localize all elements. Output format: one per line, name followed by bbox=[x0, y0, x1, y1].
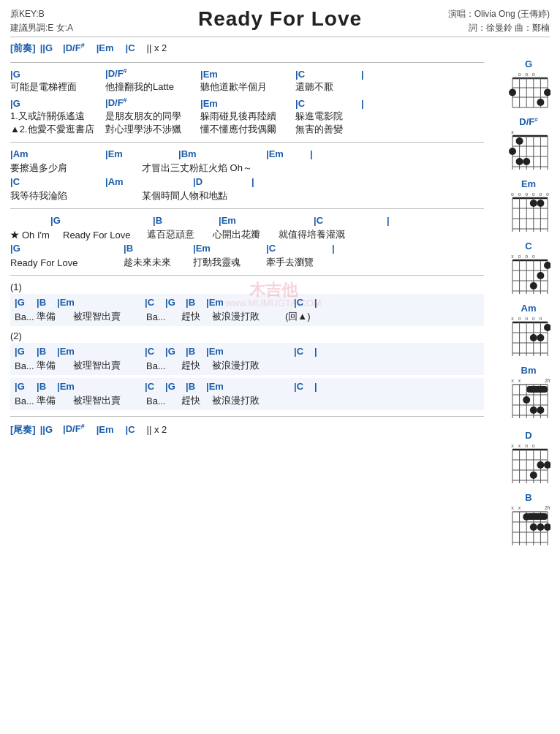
svg-point-49 bbox=[537, 200, 544, 207]
s1-l5: 趕快 bbox=[181, 310, 212, 323]
svg-point-29 bbox=[509, 148, 516, 155]
suggestion-label: 建議男調:E 女:A bbox=[10, 21, 73, 35]
br1-c3: |Bm bbox=[178, 148, 266, 159]
svg-point-66 bbox=[530, 282, 537, 290]
v2a-l3: 躲雨碰見後再陸續 bbox=[200, 110, 295, 123]
diagram-B-svg: x x 2fr bbox=[507, 504, 550, 550]
bridge2-lyric-row: 我等待我淪陷 某個時間人物和地點 bbox=[10, 189, 484, 203]
header: 原KEY:B 建議男調:E 女:A Ready For Love 演唱：Oliv… bbox=[10, 7, 550, 31]
svg-point-14 bbox=[509, 89, 516, 97]
ch2-c3: |Em bbox=[193, 243, 266, 254]
svg-text:x: x bbox=[511, 316, 514, 321]
br1-c5: | bbox=[310, 148, 313, 159]
s1-l4: Ba... bbox=[146, 311, 181, 322]
ch2-c2: |B bbox=[124, 243, 193, 254]
v2b-l2: 對心理學涉不涉獵 bbox=[105, 123, 200, 136]
s3-c4: |C bbox=[145, 381, 165, 392]
s3-l3: 被理智出賣 bbox=[73, 394, 146, 407]
v1-l1: 可能是電梯裡面 bbox=[10, 80, 105, 94]
bridge2-chord-row: |C |Am |D | bbox=[10, 176, 484, 189]
s1-l1: Ba... bbox=[15, 311, 37, 322]
s3-c2: |B bbox=[37, 381, 57, 392]
br2-l2: 某個時間人物和地點 bbox=[142, 189, 227, 203]
section2-label: (2) bbox=[10, 330, 484, 341]
s3-c3: |Em bbox=[57, 381, 145, 392]
intro-chord-em: |Em bbox=[97, 42, 114, 53]
v2-c2: |D/F# bbox=[105, 97, 200, 108]
diagram-DFsharp: D/F# x bbox=[500, 116, 557, 171]
outro-close: || x 2 bbox=[147, 424, 167, 435]
svg-point-117 bbox=[544, 461, 550, 469]
svg-point-133 bbox=[523, 513, 530, 521]
ch1-l1: Oh I'm bbox=[22, 230, 63, 241]
svg-point-31 bbox=[523, 158, 530, 165]
svg-point-82 bbox=[544, 324, 550, 331]
song-title: Ready For Love bbox=[198, 7, 362, 31]
v2b-l1: ▲2.他愛不愛逛書店 bbox=[10, 123, 105, 136]
svg-text:o: o bbox=[532, 192, 535, 197]
section1-box: |G |B |Em |C |G |B |Em |C | Ba... 準備 被理智… bbox=[10, 294, 484, 326]
outro-chord-df: |D/F# bbox=[63, 423, 85, 434]
v1-c1: |G bbox=[10, 69, 105, 80]
s2-c9: | bbox=[314, 346, 317, 357]
outro-chord-c: |C bbox=[126, 424, 135, 435]
svg-text:2fr: 2fr bbox=[545, 505, 550, 510]
header-divider bbox=[10, 37, 550, 37]
s1-lyric-row: Ba... 準備 被理智出賣 Ba... 趕快 被浪漫打敗 (回▲) bbox=[15, 310, 480, 323]
s3-c6: |B bbox=[186, 381, 206, 392]
ch1-c3: |Em bbox=[219, 215, 314, 226]
br1-c4: |Em bbox=[266, 148, 310, 159]
ch1-l3: 遮百惡頑意 bbox=[147, 228, 213, 241]
ch1-c4: |C bbox=[314, 215, 387, 226]
s1-c8: |C bbox=[294, 297, 314, 308]
outro-chord-em: |Em bbox=[97, 424, 114, 435]
bridge2-block: |C |Am |D | 我等待我淪陷 某個時間人物和地點 bbox=[10, 176, 484, 203]
diagram-D: D x x o o bbox=[500, 430, 557, 485]
diagram-G-svg: o o o bbox=[507, 71, 550, 109]
br2-c1: |C bbox=[10, 176, 105, 187]
verse2b-lyric-row: ▲2.他愛不愛逛書店 對心理學涉不涉獵 懂不懂應付我偶爾 無害的善變 bbox=[10, 123, 484, 136]
v2-c3: |Em bbox=[200, 98, 295, 109]
diagram-Bm: Bm x x 2fr bbox=[500, 365, 557, 423]
s1-c5: |G bbox=[165, 297, 186, 308]
meta-right: 演唱：Olivia Ong (王傳婷) 詞：徐曼鈴 曲：鄭楠 bbox=[448, 7, 550, 35]
outro-bracket: [尾奏] bbox=[10, 423, 36, 436]
s2-c3: |Em bbox=[57, 346, 145, 357]
svg-text:o: o bbox=[525, 316, 528, 321]
s3-c9: | bbox=[314, 381, 317, 392]
s1-c3: |Em bbox=[57, 297, 145, 308]
v2-c1: |G bbox=[10, 98, 105, 109]
s3-c8: |C bbox=[294, 381, 314, 392]
s2-c4: |C bbox=[145, 346, 165, 357]
svg-point-135 bbox=[537, 523, 544, 531]
diagram-Am: Am x o o o o bbox=[500, 303, 557, 357]
svg-text:o: o bbox=[525, 192, 528, 197]
s2-c8: |C bbox=[294, 346, 314, 357]
svg-point-136 bbox=[544, 523, 550, 531]
v2b-l3: 懂不懂應付我偶爾 bbox=[200, 123, 295, 136]
s1-l6: 被浪漫打敗 bbox=[212, 310, 278, 323]
br2-c4: | bbox=[251, 176, 254, 187]
ch1-l5: 就值得培養灌溉 bbox=[279, 228, 345, 241]
svg-point-134 bbox=[530, 523, 537, 531]
s2-chord-row: |G |B |Em |C |G |B |Em |C | bbox=[15, 346, 480, 359]
v2a-l1: 1.又或許關係遙遠 bbox=[10, 110, 105, 123]
s2-l6: 被浪漫打敗 bbox=[212, 359, 260, 372]
diagram-Am-svg: x o o o o bbox=[507, 315, 550, 357]
verse2-block: |G |D/F# |Em |C | 1.又或許關係遙遠 是朋友朋友的同學 躲雨碰… bbox=[10, 97, 484, 136]
br1-c2: |Em bbox=[105, 148, 178, 159]
s2-c6: |B bbox=[186, 346, 206, 357]
s2-l5: 趕快 bbox=[181, 359, 212, 372]
s3-c7: |Em bbox=[206, 381, 294, 392]
chord-diagrams-panel: G o o o bbox=[500, 58, 557, 557]
svg-rect-98 bbox=[526, 386, 548, 393]
svg-text:x: x bbox=[511, 505, 514, 510]
meta-left: 原KEY:B 建議男調:E 女:A bbox=[10, 7, 73, 35]
svg-text:o: o bbox=[532, 254, 535, 259]
ch2-c1: |G bbox=[10, 243, 124, 254]
svg-text:o: o bbox=[518, 254, 521, 259]
br2-c3: |D bbox=[193, 176, 251, 187]
svg-point-65 bbox=[537, 272, 544, 279]
ch2-l4: 牽手去瀏覽 bbox=[266, 256, 314, 269]
svg-text:x: x bbox=[518, 505, 521, 510]
